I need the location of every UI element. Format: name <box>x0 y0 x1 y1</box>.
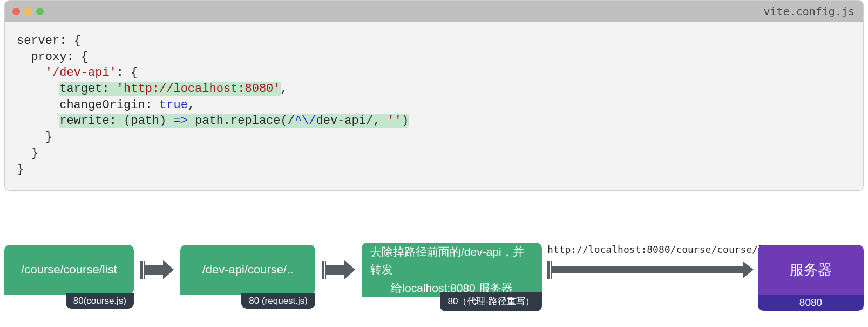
step-text: /course/course/list <box>21 263 117 277</box>
code-line: changeOrigin: <box>17 98 159 112</box>
flow-step-devapi: /dev-api/course/.. 80 (request.js) <box>180 245 315 295</box>
code-escape: ^ <box>295 114 302 128</box>
code-string: '/dev-api' <box>45 66 117 79</box>
code-text: ) <box>402 114 409 128</box>
code-line <box>17 66 45 79</box>
code-arrow: => <box>173 114 187 128</box>
code-string: '' <box>388 114 402 128</box>
step-badge: 80（代理-路径重写） <box>440 292 542 311</box>
code-line <box>17 114 59 128</box>
code-line: } <box>17 163 24 176</box>
arrow-label: http://localhost:8080/course/course/list <box>547 244 754 255</box>
window-controls <box>12 8 44 15</box>
flow-step-server: 服务器 8080 <box>758 245 864 295</box>
flow-diagram: /course/course/list 80(course.js) /dev-a… <box>4 242 864 312</box>
server-port: 8080 <box>758 295 864 311</box>
code-bool: true <box>159 98 188 112</box>
arrow-icon <box>138 260 176 279</box>
code-window: vite.config.js server: { proxy: { '/dev-… <box>4 0 864 191</box>
code-line <box>17 82 59 96</box>
code-regex: dev-api/ <box>316 114 374 128</box>
code-string: 'http://localhost:8080' <box>117 82 281 96</box>
code-text: path.replace( <box>188 114 288 128</box>
code-text: rewrite: (path) <box>59 114 173 128</box>
flow-step-proxy: 去除掉路径前面的/dev-api，并转发 给localhost:8080 服务器… <box>362 243 542 297</box>
maximize-icon[interactable] <box>36 8 44 15</box>
code-line: proxy: { <box>17 50 88 64</box>
code-body: server: { proxy: { '/dev-api': { target:… <box>5 22 863 190</box>
code-line: } <box>17 130 52 144</box>
code-text: , <box>188 98 195 112</box>
code-line: } <box>17 146 38 160</box>
code-regex: / <box>288 114 295 128</box>
step-badge: 80 (request.js) <box>241 293 315 309</box>
server-title: 服务器 <box>790 261 832 279</box>
code-escape: \/ <box>302 114 316 128</box>
window-titlebar: vite.config.js <box>5 1 863 22</box>
code-text: , <box>281 82 288 96</box>
arrow-icon <box>320 260 357 279</box>
code-text: : { <box>117 66 138 79</box>
step-text: /dev-api/course/.. <box>202 263 294 277</box>
filename-label: vite.config.js <box>763 5 855 18</box>
flow-step-request: /course/course/list 80(course.js) <box>4 245 134 295</box>
step-badge: 80(course.js) <box>66 293 134 309</box>
code-highlight: target: 'http://localhost:8080' <box>59 82 280 96</box>
code-highlight: rewrite: (path) => path.replace(/^\/dev-… <box>59 114 409 128</box>
close-icon[interactable] <box>12 8 20 15</box>
code-text: target: <box>59 82 117 96</box>
minimize-icon[interactable] <box>24 8 32 15</box>
code-line: server: { <box>17 34 81 48</box>
code-text: , <box>373 114 387 128</box>
step-text-line1: 去除掉路径前面的/dev-api，并转发 <box>370 243 533 279</box>
arrow-long-icon: http://localhost:8080/course/course/list <box>547 260 754 279</box>
